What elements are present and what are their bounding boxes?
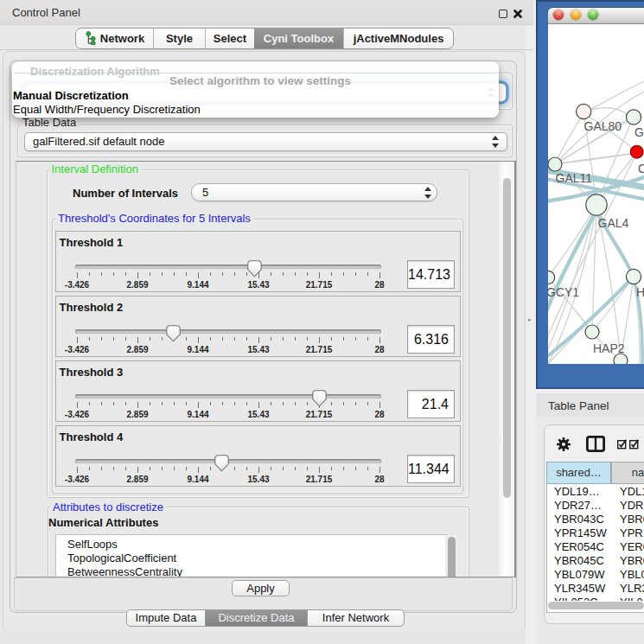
- svg-text:GAL4: GAL4: [598, 216, 629, 230]
- svg-text:GAL80: GAL80: [584, 119, 622, 133]
- svg-text:GAL11: GAL11: [556, 171, 593, 185]
- svg-text:G.: G.: [634, 125, 644, 139]
- svg-text:HAP2: HAP2: [593, 341, 625, 355]
- svg-text:H: H: [636, 285, 644, 299]
- svg-text:GCY1: GCY1: [548, 285, 579, 299]
- svg-text:C: C: [638, 162, 644, 175]
